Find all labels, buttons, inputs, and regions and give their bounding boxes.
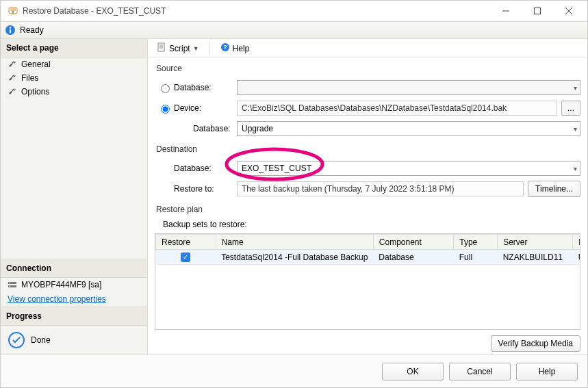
svg-point-10	[9, 283, 10, 284]
cell-database: Upgrade	[573, 250, 580, 265]
table-row[interactable]: ✓ TestdataSql2014 -Full Database Backup …	[156, 250, 581, 265]
chevron-down-icon: ▾	[574, 84, 577, 92]
cell-component: Database	[373, 250, 453, 265]
view-connection-link[interactable]: View connection properties	[1, 292, 113, 307]
select-page-header: Select a page	[1, 39, 147, 57]
cancel-button[interactable]: Cancel	[449, 363, 511, 380]
source-legend: Source	[156, 64, 580, 73]
timeline-label: Timeline...	[535, 184, 573, 194]
destination-legend: Destination	[156, 144, 580, 154]
wrench-icon	[8, 60, 17, 69]
sidebar-label: Options	[21, 87, 49, 96]
info-icon	[5, 25, 16, 36]
sidebar-item-files[interactable]: Files	[1, 71, 147, 85]
dialog-footer: OK Cancel Help	[1, 354, 587, 387]
script-icon	[157, 42, 166, 54]
svg-rect-2	[535, 8, 541, 14]
restore-to-box: The last backup taken (Thursday, 7 July …	[237, 181, 524, 196]
window-title: Restore Database - EXO_TEST_CUST	[23, 6, 166, 16]
col-database[interactable]: Database	[573, 235, 580, 250]
col-name[interactable]: Name	[216, 235, 373, 250]
svg-point-6	[10, 27, 11, 28]
restore-to-label: Restore to:	[174, 184, 214, 194]
destination-database-combo[interactable]: EXO_TEST_CUST ▾	[237, 161, 580, 176]
restore-plan-legend: Restore plan	[156, 205, 580, 214]
close-button[interactable]	[553, 1, 585, 21]
col-server[interactable]: Server	[498, 235, 573, 250]
restore-checkbox[interactable]: ✓	[181, 253, 190, 262]
progress-done: Done	[1, 326, 147, 354]
progress-status: Done	[31, 335, 51, 345]
sidebar-item-options[interactable]: Options	[1, 85, 147, 99]
help-label: Help	[233, 44, 250, 53]
wrench-icon	[8, 87, 17, 96]
ok-button[interactable]: OK	[382, 363, 444, 380]
restore-database-window: Restore Database - EXO_TEST_CUST Ready S…	[0, 0, 588, 388]
svg-rect-13	[158, 43, 164, 51]
status-bar: Ready	[1, 21, 587, 39]
cancel-label: Cancel	[467, 367, 492, 376]
check-circle-icon	[8, 331, 25, 349]
source-device-label: Device:	[174, 103, 201, 113]
help-icon: ?	[220, 42, 230, 54]
source-device-radio[interactable]	[161, 105, 170, 114]
minimize-button[interactable]	[490, 1, 522, 21]
progress-header: Progress	[1, 307, 147, 326]
device-path-box: C:\ExoBiz\SQL Databases\Databases\NZData…	[237, 101, 557, 116]
ok-label: OK	[407, 367, 418, 376]
verify-label: Verify Backup Media	[498, 339, 573, 348]
connection-header: Connection	[1, 259, 147, 278]
sidebar: Select a page General Files Options Conn…	[1, 39, 148, 354]
toolbar: Script ▼ ? Help	[148, 39, 587, 58]
wrench-icon	[8, 73, 17, 83]
titlebar: Restore Database - EXO_TEST_CUST	[1, 1, 587, 21]
connection-server: MYOBPF444MF9 [sa]	[1, 278, 147, 292]
cell-server: NZAKLBUILD11	[498, 250, 573, 265]
main-panel: Script ▼ ? Help Source Database:	[148, 39, 587, 354]
source-database-combo: ▾	[237, 80, 580, 95]
browse-device-button[interactable]: ...	[561, 101, 580, 116]
cell-name: TestdataSql2014 -Full Database Backup	[216, 250, 373, 265]
help-footer-label: Help	[539, 367, 556, 376]
source-database-radio[interactable]	[161, 84, 170, 93]
source-db-combo[interactable]: Upgrade ▾	[237, 121, 580, 136]
ellipsis-icon: ...	[567, 103, 574, 113]
timeline-button[interactable]: Timeline...	[528, 181, 580, 197]
col-component[interactable]: Component	[373, 235, 453, 250]
help-footer-button[interactable]: Help	[516, 363, 578, 380]
svg-text:?: ?	[223, 44, 227, 51]
sidebar-item-general[interactable]: General	[1, 57, 147, 71]
svg-rect-7	[10, 29, 11, 34]
verify-backup-button[interactable]: Verify Backup Media	[491, 335, 580, 352]
app-icon	[8, 5, 18, 16]
server-icon	[8, 280, 17, 289]
script-label: Script	[169, 44, 190, 53]
source-db2-label: Database:	[193, 124, 231, 133]
dest-db-label: Database:	[174, 164, 212, 173]
sidebar-label: General	[21, 60, 51, 69]
col-restore[interactable]: Restore	[156, 235, 216, 250]
source-db-value: Upgrade	[242, 124, 273, 133]
status-text: Ready	[20, 25, 44, 35]
maximize-button[interactable]	[522, 1, 553, 21]
backup-sets-table[interactable]: Restore Name Component Type Server Datab…	[155, 233, 580, 330]
chevron-down-icon: ▼	[193, 45, 199, 52]
restore-plan-hint: Backup sets to restore:	[155, 218, 580, 232]
help-button[interactable]: ? Help	[216, 40, 255, 56]
svg-point-11	[9, 286, 10, 287]
destination-database-value: EXO_TEST_CUST	[242, 164, 311, 173]
server-name: MYOBPF444MF9 [sa]	[21, 280, 101, 289]
script-button[interactable]: Script ▼	[152, 40, 204, 56]
col-type[interactable]: Type	[454, 235, 498, 250]
cell-type: Full	[454, 250, 498, 265]
source-database-label: Database:	[174, 83, 212, 92]
chevron-down-icon: ▾	[574, 165, 577, 172]
sidebar-label: Files	[21, 73, 38, 83]
chevron-down-icon: ▾	[574, 125, 577, 133]
